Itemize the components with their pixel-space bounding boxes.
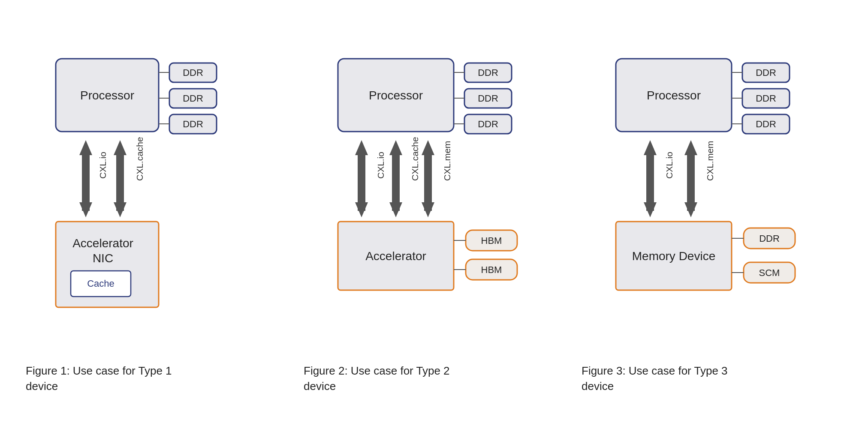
svg-text:CXL.io: CXL.io bbox=[98, 152, 108, 179]
diagram2-container: Processor DDR DDR DDR CXL.io CXL.cache bbox=[304, 50, 564, 394]
svg-marker-68 bbox=[644, 202, 657, 217]
svg-text:DDR: DDR bbox=[756, 119, 776, 129]
svg-text:CXL.mem: CXL.mem bbox=[442, 141, 452, 180]
svg-text:HBM: HBM bbox=[481, 264, 502, 275]
svg-text:NIC: NIC bbox=[93, 252, 113, 265]
svg-text:Cache: Cache bbox=[87, 278, 115, 289]
svg-text:Accelerator: Accelerator bbox=[365, 249, 426, 263]
svg-marker-43 bbox=[422, 140, 434, 155]
diagram2-caption: Figure 2: Use case for Type 2 device bbox=[304, 363, 475, 394]
svg-marker-72 bbox=[684, 202, 697, 217]
diagrams-row: Processor DDR DDR DDR CXL.io bbox=[26, 50, 842, 394]
svg-text:DDR: DDR bbox=[756, 93, 776, 104]
svg-marker-17 bbox=[114, 202, 127, 217]
svg-marker-45 bbox=[422, 202, 434, 217]
svg-marker-11 bbox=[79, 140, 92, 155]
diagram1-caption: Figure 1: Use case for Type 1 device bbox=[26, 363, 197, 394]
diagram1-container: Processor DDR DDR DDR CXL.io bbox=[26, 50, 286, 394]
svg-marker-39 bbox=[389, 140, 402, 155]
svg-marker-37 bbox=[355, 202, 368, 217]
svg-text:Processor: Processor bbox=[80, 89, 134, 102]
svg-marker-13 bbox=[79, 202, 92, 217]
svg-text:CXL.io: CXL.io bbox=[664, 152, 674, 179]
diagram1-svg: Processor DDR DDR DDR CXL.io bbox=[26, 50, 249, 350]
svg-text:DDR: DDR bbox=[478, 93, 498, 104]
diagram3-container: Processor DDR DDR DDR CXL.io CXL.mem bbox=[582, 50, 842, 394]
svg-text:DDR: DDR bbox=[183, 93, 203, 104]
svg-marker-70 bbox=[684, 140, 697, 155]
svg-text:CXL.cache: CXL.cache bbox=[410, 137, 420, 181]
svg-text:DDR: DDR bbox=[759, 233, 780, 244]
svg-text:DDR: DDR bbox=[478, 67, 498, 78]
diagram3-caption: Figure 3: Use case for Type 3 device bbox=[582, 363, 753, 394]
svg-text:CXL.cache: CXL.cache bbox=[135, 137, 145, 181]
diagram3-svg: Processor DDR DDR DDR CXL.io CXL.mem bbox=[582, 50, 830, 350]
svg-text:DDR: DDR bbox=[478, 119, 498, 129]
svg-marker-41 bbox=[389, 202, 402, 217]
svg-text:DDR: DDR bbox=[183, 119, 203, 129]
svg-text:DDR: DDR bbox=[183, 67, 203, 78]
svg-marker-15 bbox=[114, 140, 127, 155]
diagram2-svg: Processor DDR DDR DDR CXL.io CXL.cache bbox=[304, 50, 552, 350]
svg-text:CXL.io: CXL.io bbox=[376, 152, 386, 179]
svg-text:CXL.mem: CXL.mem bbox=[705, 141, 715, 180]
svg-text:DDR: DDR bbox=[756, 67, 776, 78]
svg-marker-35 bbox=[355, 140, 368, 155]
svg-text:Processor: Processor bbox=[647, 89, 701, 102]
svg-text:Memory Device: Memory Device bbox=[632, 249, 715, 263]
svg-text:Accelerator: Accelerator bbox=[72, 237, 133, 250]
svg-marker-66 bbox=[644, 140, 657, 155]
svg-text:Processor: Processor bbox=[369, 89, 423, 102]
svg-text:SCM: SCM bbox=[759, 267, 780, 278]
svg-text:HBM: HBM bbox=[481, 235, 502, 246]
